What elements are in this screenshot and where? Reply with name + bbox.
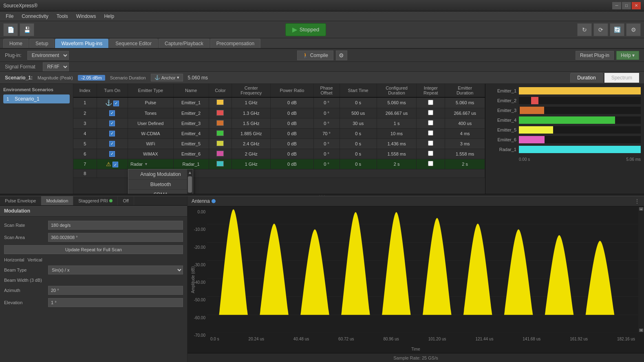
- int-repeat-checkbox[interactable]: [428, 110, 433, 115]
- spectrum-tab-header[interactable]: Spectrum: [604, 73, 639, 83]
- tab-precompensation[interactable]: Precompensation: [210, 39, 260, 48]
- tab-off[interactable]: Off: [118, 196, 134, 205]
- menu-tools[interactable]: Tools: [53, 13, 72, 20]
- cell-int-repeat[interactable]: [417, 118, 445, 128]
- arrow-button[interactable]: ⟳: [593, 23, 608, 36]
- scenario-item-1[interactable]: 1 Scenario_1: [3, 94, 70, 103]
- emitter-bar-container-5: [519, 126, 641, 134]
- cell-int-repeat[interactable]: [417, 149, 445, 159]
- scan-rate-input[interactable]: [48, 221, 183, 230]
- checkbox-row6[interactable]: ✓: [109, 151, 115, 157]
- tab-setup[interactable]: Setup: [29, 39, 54, 48]
- elevation-input[interactable]: [48, 298, 183, 307]
- update-repeat-button[interactable]: Update Repeat for Full Scan: [4, 245, 183, 254]
- menu-windows[interactable]: Windows: [72, 13, 100, 20]
- tab-capture-playback[interactable]: Capture/Playback: [159, 39, 210, 48]
- vertical-label: Vertical: [28, 257, 42, 262]
- dropdown-item-bluetooth[interactable]: Bluetooth: [128, 180, 193, 190]
- cell-int-repeat[interactable]: [417, 138, 445, 149]
- checkbox-row3[interactable]: ✓: [109, 121, 115, 126]
- duration-tab-header[interactable]: Duration: [570, 73, 602, 83]
- cell-phase: 0 °: [313, 118, 340, 128]
- menu-file[interactable]: File: [2, 13, 18, 20]
- checkbox-row1[interactable]: ✓: [113, 101, 119, 106]
- chart-scroll-up[interactable]: ▲: [639, 207, 643, 211]
- color-swatch[interactable]: [216, 120, 224, 126]
- cell-turnon[interactable]: ✓: [97, 118, 128, 128]
- chart-options-icon[interactable]: ⋮: [634, 198, 640, 204]
- cell-turnon[interactable]: ✓: [97, 149, 128, 159]
- cell-emitter-type: Tones: [128, 108, 174, 118]
- scroll-thumb[interactable]: [188, 176, 192, 193]
- tab-home[interactable]: Home: [3, 39, 29, 48]
- reset-plugin-button[interactable]: Reset Plug-in: [576, 51, 614, 60]
- settings-button[interactable]: ⚙: [626, 23, 641, 36]
- checkbox-row7[interactable]: ✓: [112, 162, 118, 167]
- tab-pulse-envelope[interactable]: Pulse Envelope: [0, 196, 41, 205]
- beam-type-select[interactable]: Sin(x) / x: [48, 265, 183, 274]
- scan-area-input[interactable]: [48, 233, 183, 242]
- cell-turnon[interactable]: ✓: [97, 108, 128, 118]
- int-repeat-checkbox[interactable]: [428, 100, 433, 105]
- int-repeat-checkbox[interactable]: [428, 120, 433, 125]
- cell-phase: 0 °: [313, 159, 340, 169]
- int-repeat-checkbox[interactable]: [428, 151, 433, 156]
- play-stop-button[interactable]: ▶ Stopped: [285, 23, 326, 36]
- int-repeat-checkbox[interactable]: [428, 140, 433, 146]
- cell-turnon[interactable]: ✓: [97, 128, 128, 138]
- cell-int-repeat[interactable]: [417, 128, 445, 138]
- cell-turnon[interactable]: ⚓ ✓: [97, 97, 128, 108]
- beam-type-row: Beam Type Sin(x) / x: [4, 265, 183, 274]
- cell-phase: 70 °: [313, 128, 340, 138]
- color-swatch[interactable]: [216, 99, 224, 105]
- tab-sequence-editor[interactable]: Sequence Editor: [109, 39, 158, 48]
- tab-modulation[interactable]: Modulation: [41, 196, 73, 205]
- cell-turnon[interactable]: ⚠ ✓: [97, 159, 128, 169]
- dropdown-item-analog-modulation[interactable]: Analog Modulation: [128, 169, 193, 180]
- scan-rate-row: Scan Rate: [4, 221, 183, 230]
- compile-button[interactable]: 🚶 Compile: [297, 50, 333, 60]
- color-swatch[interactable]: [216, 140, 224, 146]
- scroll-up-arrow[interactable]: ▲: [187, 169, 193, 176]
- cell-emitter-type-radar[interactable]: Radar ▼ Analog Modulation Bluetooth CDMA…: [128, 159, 174, 169]
- signal-format-select[interactable]: RF/IF: [43, 62, 69, 71]
- table-row: 4 ✓ W-CDMA Emitter_4 1.885 GHz 0 dB 70 °…: [73, 128, 485, 138]
- emitter-bar-label-5: Emitter_5: [489, 127, 516, 132]
- help-button[interactable]: Help ▾: [616, 51, 639, 60]
- close-button[interactable]: ✕: [632, 2, 641, 9]
- checkbox-row4[interactable]: ✓: [109, 131, 115, 136]
- minimize-button[interactable]: ─: [612, 2, 621, 9]
- color-swatch[interactable]: [216, 110, 224, 116]
- int-repeat-checkbox[interactable]: [428, 161, 433, 166]
- new-file-button[interactable]: 📄: [3, 23, 18, 36]
- anchor-button[interactable]: ⚓ Anchor ▾: [151, 74, 183, 81]
- cell-int-repeat[interactable]: [417, 97, 445, 108]
- tab-staggered-pri[interactable]: Staggered PRI: [73, 196, 118, 205]
- open-file-button[interactable]: 💾: [20, 23, 34, 36]
- checkbox-row2[interactable]: ✓: [109, 110, 115, 116]
- reload-button[interactable]: 🔄: [610, 23, 624, 36]
- maximize-button[interactable]: □: [622, 2, 631, 9]
- tab-waveform-plugins[interactable]: Waveform Plug-ins: [55, 39, 108, 48]
- plugin-label: Plug-in:: [5, 53, 22, 58]
- dropdown-item-cdma[interactable]: CDMA: [128, 190, 193, 194]
- scan-area-label: Scan Area: [4, 235, 45, 240]
- azimuth-input[interactable]: [48, 286, 183, 295]
- emitter-type-dropdown-trigger[interactable]: Radar ▼: [130, 162, 171, 167]
- cell-turnon[interactable]: ✓: [97, 138, 128, 149]
- color-swatch[interactable]: [216, 151, 224, 156]
- int-repeat-checkbox[interactable]: [428, 130, 433, 136]
- menu-connectivity[interactable]: Connectivity: [18, 13, 52, 20]
- chart-scroll-down[interactable]: ▼: [639, 329, 643, 332]
- refresh-button[interactable]: ↻: [577, 23, 592, 36]
- plugin-gear-button[interactable]: ⚙: [336, 50, 347, 60]
- checkbox-row5[interactable]: ✓: [109, 141, 115, 147]
- plugin-select[interactable]: Environment: [27, 51, 69, 60]
- emitter-bar-label-1: Emitter_1: [489, 88, 516, 93]
- cell-int-repeat[interactable]: [417, 108, 445, 118]
- color-swatch[interactable]: [216, 130, 224, 136]
- menu-help[interactable]: Help: [100, 13, 118, 20]
- cell-int-repeat[interactable]: [417, 159, 445, 169]
- cell-name: Emitter_3: [173, 118, 209, 128]
- color-swatch[interactable]: [216, 161, 224, 167]
